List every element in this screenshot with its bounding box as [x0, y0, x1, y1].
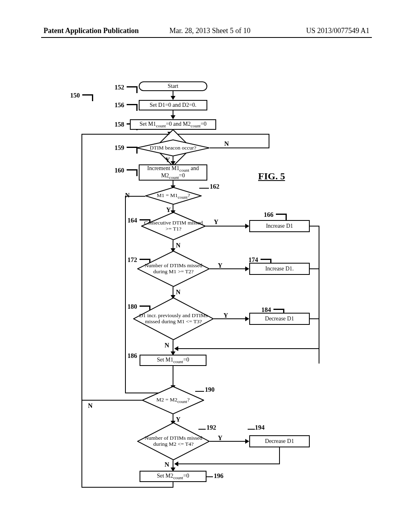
node-190: M2 = M2count? — [142, 386, 204, 414]
flowchart: 150 152 Start 156 Set D1=0 and D2=0. 158… — [0, 0, 413, 532]
node-196-text: Set M2count=0 — [157, 473, 189, 480]
node-start-text: Start — [168, 83, 178, 89]
node-180: D1 incr. previously and DTIMs missed dur… — [133, 297, 214, 340]
node-194-text: Decrease D1 — [265, 438, 294, 445]
ref-160: 160 — [115, 167, 124, 174]
ref-159: 159 — [115, 144, 124, 152]
leader-160 — [127, 169, 138, 176]
node-160-text: Increment M1count and M2count=0 — [142, 165, 204, 180]
edge-180-n: N — [165, 342, 169, 349]
ref-196: 196 — [214, 472, 223, 480]
node-192: Number of DTIMs missed during M2 <= T4? — [137, 422, 210, 460]
ref-172: 172 — [127, 256, 137, 264]
edge-190-n: N — [88, 402, 93, 409]
node-158-text: Set M1count=0 and M2count=0 — [140, 121, 206, 128]
node-186: Set M1count=0 — [140, 355, 206, 366]
node-196: Set M2count=0 — [140, 471, 206, 482]
ref-152: 152 — [115, 84, 124, 91]
node-156-text: Set D1=0 and D2=0. — [150, 102, 196, 108]
edge-172-n: N — [176, 289, 181, 296]
node-186-text: Set M1count=0 — [157, 357, 189, 364]
svg-marker-3 — [138, 251, 209, 287]
node-160: Increment M1count and M2count=0 — [139, 164, 207, 181]
node-174: Increase D1. — [249, 263, 310, 275]
ref-190: 190 — [205, 386, 215, 393]
node-162: M1 = M1count? — [145, 187, 202, 205]
node-156: Set D1=0 and D2=0. — [139, 100, 207, 110]
ref-186: 186 — [127, 352, 137, 360]
svg-marker-6 — [138, 423, 209, 460]
node-164: Consecutive DTIM missed >= T1? — [141, 212, 206, 240]
edge-164-n: N — [176, 242, 181, 249]
node-166-text: Increase D1 — [266, 223, 293, 229]
leader-150 — [82, 94, 93, 101]
edge-192-n: N — [165, 461, 169, 468]
ref-150: 150 — [70, 92, 80, 99]
node-174-text: Increase D1. — [265, 266, 294, 272]
leader-166 — [276, 214, 287, 220]
svg-marker-0 — [137, 140, 209, 156]
node-194: Decrease D1 — [249, 435, 310, 447]
svg-marker-1 — [146, 187, 201, 204]
ref-164: 164 — [127, 217, 137, 224]
node-start: Start — [139, 81, 207, 91]
edge-159-n: N — [224, 140, 229, 148]
node-184: Decrease D1 — [249, 313, 310, 325]
edge-164-y: Y — [214, 218, 219, 226]
ref-158: 158 — [115, 121, 124, 128]
leader-156 — [127, 104, 138, 111]
leader-159 — [127, 147, 138, 154]
svg-marker-4 — [133, 298, 213, 340]
ref-162: 162 — [210, 183, 219, 190]
ref-156: 156 — [115, 102, 124, 109]
edge-159-y: Y — [165, 156, 170, 164]
node-172: Number of DTIMs missed during M1 >= T2? — [137, 251, 210, 287]
svg-marker-5 — [142, 387, 204, 414]
node-166: Increase D1 — [249, 220, 310, 232]
ref-194: 194 — [255, 424, 265, 431]
ref-166: 166 — [264, 211, 273, 218]
node-159: DTIM beacon occur? — [136, 139, 210, 156]
node-158: Set M1count=0 and M2count=0 — [130, 119, 216, 130]
leader-152 — [127, 86, 138, 93]
node-184-text: Decrease D1 — [265, 316, 294, 322]
svg-marker-2 — [142, 212, 205, 240]
